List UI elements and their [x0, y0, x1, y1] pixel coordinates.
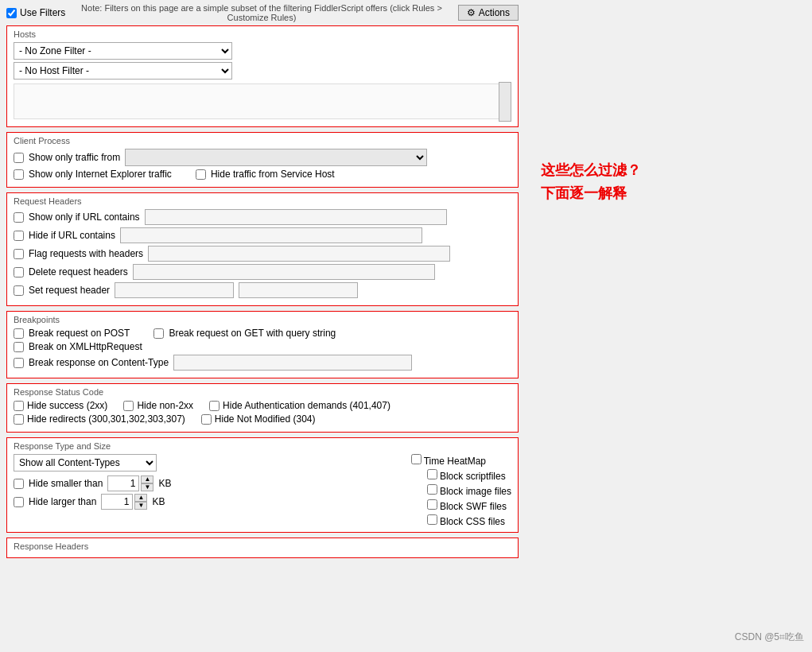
set-header-value-input[interactable] [239, 282, 358, 298]
delete-headers-label: Delete request headers [29, 266, 128, 277]
block-swf-row: Block SWF files [427, 499, 511, 512]
hide-larger-spinner-btns[interactable]: ▲ ▼ [134, 494, 147, 510]
actions-label: Actions [479, 7, 510, 18]
host-filter-select[interactable]: - No Host Filter - [14, 62, 232, 80]
response-headers-title: Response Headers [14, 541, 511, 551]
response-type-section: Response Type and Size Show all Content-… [6, 437, 519, 533]
hide-smaller-label: Hide smaller than [29, 478, 103, 489]
hosts-section: Hosts - No Zone Filter - - No Host Filte… [6, 25, 519, 127]
hide-larger-kb: KB [152, 496, 165, 507]
time-heatmap-label: Time HeatMap [424, 456, 486, 467]
break-post-label: Break request on POST [29, 328, 130, 339]
show-only-url-input[interactable] [145, 209, 447, 225]
hide-non2xx-checkbox[interactable] [123, 401, 134, 411]
time-heatmap-checkbox[interactable] [411, 454, 422, 464]
block-css-row: Block CSS files [427, 514, 511, 527]
use-filters-row: Use Filters [6, 7, 65, 18]
client-process-section: Client Process Show only traffic from Sh… [6, 132, 519, 188]
break-xml-label: Break on XMLHttpRequest [29, 341, 142, 352]
chinese-annotation: 这些怎么过滤？ 下面逐一解释 [541, 159, 796, 205]
response-status-section: Response Status Code Hide success (2xx) … [6, 383, 519, 433]
break-xml-checkbox[interactable] [14, 342, 24, 352]
break-content-type-label: Break response on Content-Type [29, 357, 169, 368]
block-imagefiles-checkbox[interactable] [427, 484, 437, 495]
break-get-checkbox[interactable] [153, 328, 164, 339]
process-dropdown[interactable] [125, 149, 427, 166]
block-scriptfiles-row: Block scriptfiles [427, 469, 511, 482]
response-status-title: Response Status Code [14, 387, 511, 397]
flag-requests-input[interactable] [148, 246, 450, 262]
block-swf-label: Block SWF files [440, 501, 507, 512]
hide-success-row: Hide success (2xx) [14, 400, 107, 411]
hide-smaller-up-btn[interactable]: ▲ [141, 475, 153, 483]
show-only-url-label: Show only if URL contains [29, 212, 140, 223]
hide-service-host-label: Hide traffic from Service Host [211, 169, 335, 180]
hide-larger-input[interactable]: 1 [101, 494, 133, 510]
hosts-title: Hosts [14, 29, 511, 39]
actions-button[interactable]: ⚙ Actions [458, 5, 519, 21]
chinese-line2: 下面逐一解释 [541, 182, 796, 205]
block-imagefiles-row: Block image files [427, 484, 511, 497]
response-headers-section: Response Headers [6, 538, 519, 558]
hide-auth-row: Hide Authentication demands (401,407) [209, 400, 390, 411]
hide-smaller-checkbox[interactable] [14, 479, 24, 489]
hide-smaller-kb: KB [158, 478, 171, 489]
note-text: Note: Filters on this page are a simple … [72, 3, 451, 22]
block-scriptfiles-label: Block scriptfiles [440, 471, 506, 482]
break-post-checkbox[interactable] [14, 328, 24, 339]
delete-headers-input[interactable] [133, 264, 435, 280]
hide-smaller-spinner: 1 ▲ ▼ [107, 475, 153, 491]
hide-larger-checkbox[interactable] [14, 497, 24, 507]
show-only-url-checkbox[interactable] [14, 212, 24, 223]
break-get-label: Break request on GET with query string [169, 328, 336, 339]
set-header-label: Set request header [29, 285, 110, 296]
show-only-traffic-checkbox[interactable] [14, 153, 24, 163]
hide-smaller-down-btn[interactable]: ▼ [141, 483, 153, 491]
hide-larger-label: Hide larger than [29, 496, 96, 507]
hide-smaller-input[interactable]: 1 [107, 475, 139, 491]
hide-larger-down-btn[interactable]: ▼ [134, 502, 147, 510]
host-scrollbar[interactable] [499, 82, 511, 122]
block-css-checkbox[interactable] [427, 514, 437, 525]
chinese-line1: 这些怎么过滤？ [541, 159, 796, 182]
set-header-checkbox[interactable] [14, 285, 24, 296]
break-content-type-input[interactable] [173, 355, 412, 371]
footer-text: CSDN @5⌗吃鱼 [735, 631, 804, 644]
hide-success-checkbox[interactable] [14, 401, 24, 411]
use-filters-checkbox[interactable] [6, 8, 17, 18]
breakpoints-section: Breakpoints Break request on POST Break … [6, 311, 519, 378]
set-header-name-input[interactable] [115, 282, 234, 298]
delete-headers-checkbox[interactable] [14, 267, 24, 277]
time-heatmap-row: Time HeatMap [411, 454, 511, 467]
hide-larger-spinner: 1 ▲ ▼ [101, 494, 147, 510]
hide-if-url-checkbox[interactable] [14, 231, 24, 241]
request-headers-title: Request Headers [14, 196, 511, 206]
hide-success-label: Hide success (2xx) [27, 400, 107, 411]
hide-smaller-spinner-btns[interactable]: ▲ ▼ [141, 475, 153, 491]
breakpoints-title: Breakpoints [14, 315, 511, 324]
show-only-ie-checkbox[interactable] [14, 169, 24, 180]
hide-if-url-input[interactable] [120, 227, 422, 243]
hide-not-modified-row: Hide Not Modified (304) [201, 413, 316, 425]
hide-auth-checkbox[interactable] [209, 401, 220, 411]
flag-requests-label: Flag requests with headers [29, 248, 143, 259]
content-type-select[interactable]: Show all Content-Types [14, 454, 157, 472]
right-panel: 这些怎么过滤？ 下面逐一解释 [525, 0, 812, 652]
hide-not-modified-label: Hide Not Modified (304) [215, 413, 316, 425]
zone-filter-select[interactable]: - No Zone Filter - [14, 42, 232, 60]
hide-larger-up-btn[interactable]: ▲ [134, 494, 147, 502]
response-type-title: Response Type and Size [14, 441, 511, 451]
hide-auth-label: Hide Authentication demands (401,407) [223, 400, 390, 411]
block-scriptfiles-checkbox[interactable] [427, 469, 437, 479]
hide-redirects-checkbox[interactable] [14, 414, 24, 425]
host-textarea[interactable] [14, 83, 511, 119]
hide-service-host-checkbox[interactable] [196, 169, 206, 180]
break-content-type-checkbox[interactable] [14, 358, 24, 368]
hide-not-modified-checkbox[interactable] [201, 414, 212, 425]
block-swf-checkbox[interactable] [427, 499, 437, 510]
client-process-title: Client Process [14, 136, 511, 146]
block-css-label: Block CSS files [440, 516, 505, 527]
hide-if-url-label: Hide if URL contains [29, 230, 115, 241]
flag-requests-checkbox[interactable] [14, 249, 24, 259]
show-only-traffic-label: Show only traffic from [29, 152, 120, 163]
